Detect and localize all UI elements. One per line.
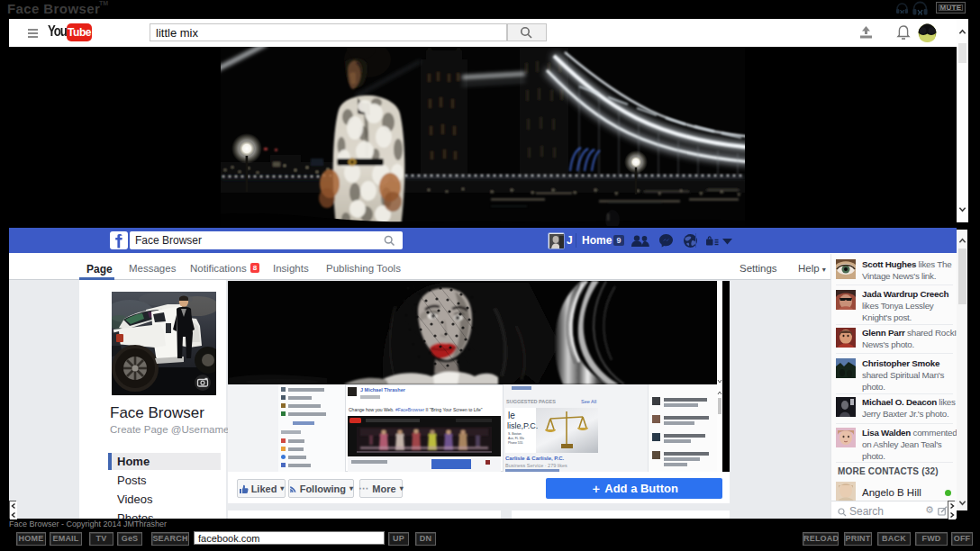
svg-text:Ave, FL 33x: Ave, FL 33x xyxy=(508,437,524,440)
svg-text:le: le xyxy=(508,411,515,420)
svg-text:lisle,P.C.: lisle,P.C. xyxy=(507,421,538,430)
svg-text:Phone 555: Phone 555 xyxy=(508,441,523,445)
svg-text:S. Boston: S. Boston xyxy=(508,432,522,436)
